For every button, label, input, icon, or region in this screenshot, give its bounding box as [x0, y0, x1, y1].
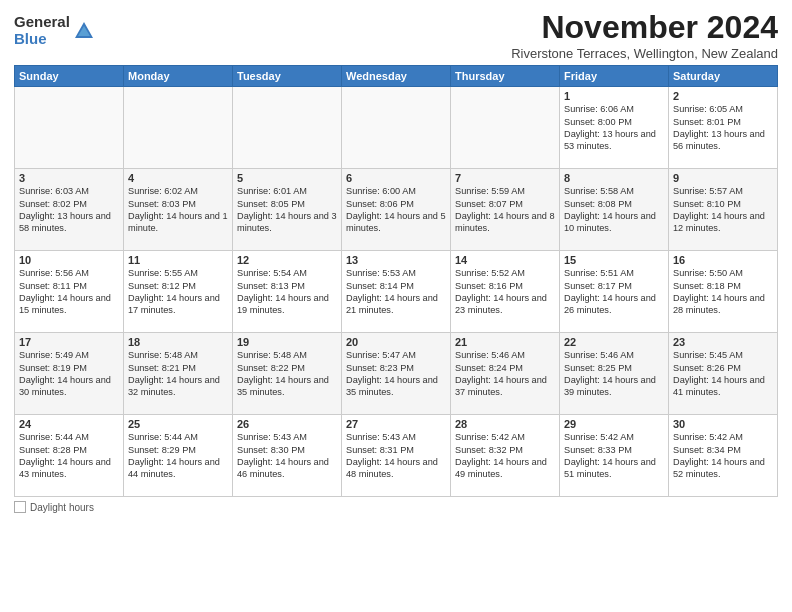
calendar-cell: 2Sunrise: 6:05 AMSunset: 8:01 PMDaylight…	[669, 87, 778, 169]
calendar-cell: 5Sunrise: 6:01 AMSunset: 8:05 PMDaylight…	[233, 169, 342, 251]
day-number: 18	[128, 336, 228, 348]
calendar-cell: 22Sunrise: 5:46 AMSunset: 8:25 PMDayligh…	[560, 333, 669, 415]
logo: General Blue	[14, 14, 95, 47]
logo-blue: Blue	[14, 31, 70, 48]
day-number: 13	[346, 254, 446, 266]
calendar-cell: 9Sunrise: 5:57 AMSunset: 8:10 PMDaylight…	[669, 169, 778, 251]
day-info: Sunrise: 5:48 AMSunset: 8:22 PMDaylight:…	[237, 350, 329, 397]
logo-general: General	[14, 14, 70, 31]
day-number: 6	[346, 172, 446, 184]
day-number: 1	[564, 90, 664, 102]
col-monday: Monday	[124, 66, 233, 87]
header-row: Sunday Monday Tuesday Wednesday Thursday…	[15, 66, 778, 87]
day-info: Sunrise: 5:42 AMSunset: 8:32 PMDaylight:…	[455, 432, 547, 479]
day-info: Sunrise: 5:47 AMSunset: 8:23 PMDaylight:…	[346, 350, 438, 397]
logo-icon	[73, 20, 95, 42]
legend-box	[14, 501, 26, 513]
day-info: Sunrise: 5:43 AMSunset: 8:30 PMDaylight:…	[237, 432, 329, 479]
day-number: 17	[19, 336, 119, 348]
day-info: Sunrise: 5:42 AMSunset: 8:33 PMDaylight:…	[564, 432, 656, 479]
day-info: Sunrise: 6:05 AMSunset: 8:01 PMDaylight:…	[673, 104, 765, 151]
calendar-cell: 8Sunrise: 5:58 AMSunset: 8:08 PMDaylight…	[560, 169, 669, 251]
day-info: Sunrise: 6:01 AMSunset: 8:05 PMDaylight:…	[237, 186, 337, 233]
calendar-cell	[15, 87, 124, 169]
day-number: 7	[455, 172, 555, 184]
day-number: 16	[673, 254, 773, 266]
calendar-cell: 12Sunrise: 5:54 AMSunset: 8:13 PMDayligh…	[233, 251, 342, 333]
day-number: 20	[346, 336, 446, 348]
calendar-cell: 20Sunrise: 5:47 AMSunset: 8:23 PMDayligh…	[342, 333, 451, 415]
calendar-week-2: 3Sunrise: 6:03 AMSunset: 8:02 PMDaylight…	[15, 169, 778, 251]
col-saturday: Saturday	[669, 66, 778, 87]
day-number: 8	[564, 172, 664, 184]
calendar-cell	[124, 87, 233, 169]
calendar-cell: 17Sunrise: 5:49 AMSunset: 8:19 PMDayligh…	[15, 333, 124, 415]
day-info: Sunrise: 5:54 AMSunset: 8:13 PMDaylight:…	[237, 268, 329, 315]
day-number: 28	[455, 418, 555, 430]
col-tuesday: Tuesday	[233, 66, 342, 87]
calendar-cell: 14Sunrise: 5:52 AMSunset: 8:16 PMDayligh…	[451, 251, 560, 333]
day-number: 19	[237, 336, 337, 348]
day-number: 10	[19, 254, 119, 266]
day-info: Sunrise: 5:44 AMSunset: 8:29 PMDaylight:…	[128, 432, 220, 479]
calendar-cell: 28Sunrise: 5:42 AMSunset: 8:32 PMDayligh…	[451, 415, 560, 497]
day-number: 21	[455, 336, 555, 348]
calendar-cell: 11Sunrise: 5:55 AMSunset: 8:12 PMDayligh…	[124, 251, 233, 333]
calendar-cell: 19Sunrise: 5:48 AMSunset: 8:22 PMDayligh…	[233, 333, 342, 415]
day-info: Sunrise: 5:51 AMSunset: 8:17 PMDaylight:…	[564, 268, 656, 315]
calendar-cell: 24Sunrise: 5:44 AMSunset: 8:28 PMDayligh…	[15, 415, 124, 497]
day-info: Sunrise: 6:03 AMSunset: 8:02 PMDaylight:…	[19, 186, 111, 233]
day-info: Sunrise: 5:46 AMSunset: 8:25 PMDaylight:…	[564, 350, 656, 397]
day-info: Sunrise: 5:48 AMSunset: 8:21 PMDaylight:…	[128, 350, 220, 397]
month-title: November 2024	[511, 10, 778, 45]
day-number: 27	[346, 418, 446, 430]
day-number: 4	[128, 172, 228, 184]
day-info: Sunrise: 6:06 AMSunset: 8:00 PMDaylight:…	[564, 104, 656, 151]
day-info: Sunrise: 5:55 AMSunset: 8:12 PMDaylight:…	[128, 268, 220, 315]
day-number: 15	[564, 254, 664, 266]
day-info: Sunrise: 5:43 AMSunset: 8:31 PMDaylight:…	[346, 432, 438, 479]
day-number: 26	[237, 418, 337, 430]
day-info: Sunrise: 5:44 AMSunset: 8:28 PMDaylight:…	[19, 432, 111, 479]
day-info: Sunrise: 5:42 AMSunset: 8:34 PMDaylight:…	[673, 432, 765, 479]
title-block: November 2024 Riverstone Terraces, Welli…	[511, 10, 778, 61]
col-wednesday: Wednesday	[342, 66, 451, 87]
daylight-label: Daylight hours	[30, 502, 94, 513]
day-info: Sunrise: 5:59 AMSunset: 8:07 PMDaylight:…	[455, 186, 555, 233]
page-header: General Blue November 2024 Riverstone Te…	[14, 10, 778, 61]
calendar-cell: 29Sunrise: 5:42 AMSunset: 8:33 PMDayligh…	[560, 415, 669, 497]
calendar-cell: 1Sunrise: 6:06 AMSunset: 8:00 PMDaylight…	[560, 87, 669, 169]
calendar-page: General Blue November 2024 Riverstone Te…	[0, 0, 792, 612]
calendar-cell: 6Sunrise: 6:00 AMSunset: 8:06 PMDaylight…	[342, 169, 451, 251]
day-number: 14	[455, 254, 555, 266]
calendar-cell	[233, 87, 342, 169]
legend: Daylight hours	[14, 501, 778, 515]
day-info: Sunrise: 5:53 AMSunset: 8:14 PMDaylight:…	[346, 268, 438, 315]
calendar-week-4: 17Sunrise: 5:49 AMSunset: 8:19 PMDayligh…	[15, 333, 778, 415]
day-number: 5	[237, 172, 337, 184]
day-number: 24	[19, 418, 119, 430]
day-info: Sunrise: 5:45 AMSunset: 8:26 PMDaylight:…	[673, 350, 765, 397]
day-info: Sunrise: 6:02 AMSunset: 8:03 PMDaylight:…	[128, 186, 228, 233]
day-number: 30	[673, 418, 773, 430]
day-info: Sunrise: 6:00 AMSunset: 8:06 PMDaylight:…	[346, 186, 446, 233]
col-sunday: Sunday	[15, 66, 124, 87]
day-info: Sunrise: 5:56 AMSunset: 8:11 PMDaylight:…	[19, 268, 111, 315]
day-number: 23	[673, 336, 773, 348]
calendar-cell: 23Sunrise: 5:45 AMSunset: 8:26 PMDayligh…	[669, 333, 778, 415]
calendar-cell	[451, 87, 560, 169]
day-info: Sunrise: 5:58 AMSunset: 8:08 PMDaylight:…	[564, 186, 656, 233]
calendar-cell: 27Sunrise: 5:43 AMSunset: 8:31 PMDayligh…	[342, 415, 451, 497]
location-subtitle: Riverstone Terraces, Wellington, New Zea…	[511, 46, 778, 61]
calendar-cell: 15Sunrise: 5:51 AMSunset: 8:17 PMDayligh…	[560, 251, 669, 333]
day-number: 22	[564, 336, 664, 348]
calendar-cell: 26Sunrise: 5:43 AMSunset: 8:30 PMDayligh…	[233, 415, 342, 497]
calendar-cell: 4Sunrise: 6:02 AMSunset: 8:03 PMDaylight…	[124, 169, 233, 251]
day-number: 29	[564, 418, 664, 430]
calendar-cell: 30Sunrise: 5:42 AMSunset: 8:34 PMDayligh…	[669, 415, 778, 497]
calendar-cell: 16Sunrise: 5:50 AMSunset: 8:18 PMDayligh…	[669, 251, 778, 333]
day-number: 3	[19, 172, 119, 184]
col-thursday: Thursday	[451, 66, 560, 87]
calendar-cell: 3Sunrise: 6:03 AMSunset: 8:02 PMDaylight…	[15, 169, 124, 251]
calendar-week-1: 1Sunrise: 6:06 AMSunset: 8:00 PMDaylight…	[15, 87, 778, 169]
